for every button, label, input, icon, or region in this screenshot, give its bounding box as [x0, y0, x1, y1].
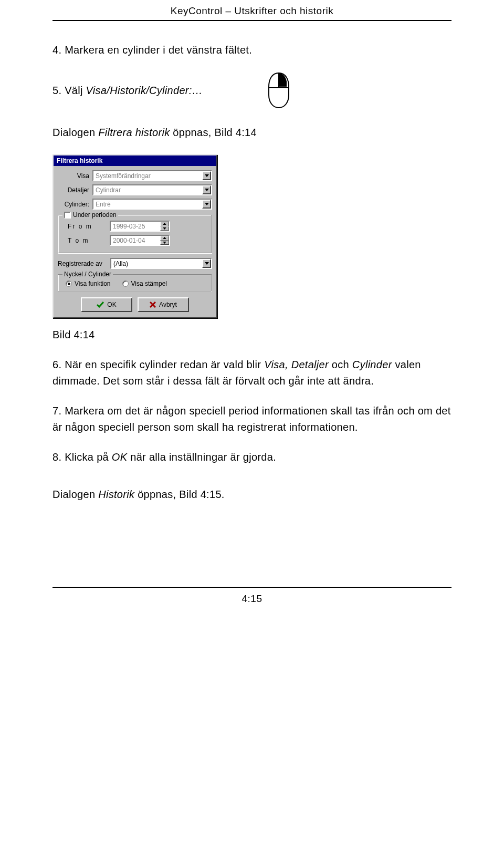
from-date-field[interactable]: 1999-03-25	[110, 221, 170, 232]
visa-label: Visa	[58, 172, 92, 180]
closing-text: Dialogen Historik öppnas, Bild 4:15.	[52, 486, 452, 503]
step-6: 6. När en specifik cylinder redan är val…	[52, 357, 452, 389]
text: 8. Klicka på	[52, 451, 112, 463]
period-legend[interactable]: Under perioden	[62, 211, 118, 219]
to-label: T o m	[68, 237, 110, 244]
from-label: Fr o m	[68, 223, 110, 230]
chevron-down-icon[interactable]	[160, 241, 169, 245]
radio-visa-stampel[interactable]: Visa stämpel	[122, 280, 167, 287]
period-title-text: Under perioden	[73, 211, 117, 219]
text: öppnas, Bild 4:15.	[138, 489, 225, 500]
close-icon	[150, 302, 156, 308]
nyckel-groupbox: Nyckel / Cylinder Visa funktion Visa stä…	[58, 274, 212, 292]
italic: Historik	[98, 489, 134, 500]
text: Dialogen	[52, 489, 98, 500]
registrerade-combo[interactable]: (Alla)	[110, 258, 212, 269]
step-7: 7. Markera om det är någon speciell peri…	[52, 403, 452, 435]
italic: Detaljer	[291, 359, 329, 370]
registrerade-value: (Alla)	[111, 260, 202, 267]
visa-value: Systemförändringar	[93, 172, 202, 180]
page-header: KeyControl – Utskrifter och historik	[52, 5, 452, 17]
period-checkbox[interactable]	[64, 212, 71, 219]
nyckel-legend: Nyckel / Cylinder	[62, 271, 113, 278]
text: och	[332, 359, 352, 370]
registrerade-label: Registrerade av	[58, 260, 110, 267]
figure-caption: Bild 4:14	[52, 327, 452, 343]
nyckel-title-text: Nyckel / Cylinder	[64, 271, 111, 278]
cancel-button[interactable]: Avbryt	[138, 297, 189, 312]
cancel-label: Avbryt	[159, 301, 177, 308]
italic: Cylinder	[352, 359, 392, 370]
radio-icon	[122, 281, 129, 287]
radio-label: Visa stämpel	[131, 280, 167, 287]
period-groupbox: Under perioden Fr o m 1999-03-25 T o m	[58, 215, 212, 254]
step-4: 4. Markera en cylinder i det vänstra fäl…	[52, 42, 452, 58]
chevron-down-icon[interactable]	[202, 185, 211, 194]
text: när alla inställningar är gjorda.	[130, 451, 276, 463]
text: öppnas, Bild 4:14	[173, 127, 257, 138]
step-5b: Dialogen Filtrera historik öppnas, Bild …	[52, 124, 452, 141]
chevron-down-icon[interactable]	[202, 200, 211, 209]
radio-icon	[66, 281, 72, 287]
dialog-titlebar[interactable]: Filtrera historik	[54, 155, 216, 166]
filter-historik-dialog: Filtrera historik Visa Systemförändringa…	[52, 154, 217, 318]
dialog-name-italic: Filtrera historik	[98, 127, 170, 138]
text: 6. När en specifik cylinder redan är val…	[52, 359, 264, 370]
italic: OK	[112, 451, 128, 463]
detaljer-combo[interactable]: Cylindrar	[92, 184, 212, 195]
italic: Visa,	[264, 359, 288, 370]
chevron-up-icon[interactable]	[160, 222, 169, 226]
menu-path-italic: Visa/Historik/Cylinder:…	[86, 85, 203, 96]
cylinder-label: Cylinder:	[58, 201, 92, 208]
check-icon	[97, 302, 104, 308]
step-5: 5. Välj Visa/Historik/Cylinder:…	[52, 82, 203, 99]
radio-visa-funktion[interactable]: Visa funktion	[66, 280, 111, 287]
detaljer-label: Detaljer	[58, 186, 92, 194]
step-8: 8. Klicka på OK när alla inställningar ä…	[52, 449, 452, 465]
radio-label: Visa funktion	[75, 280, 111, 287]
text: 5. Välj	[52, 85, 86, 96]
to-date-field[interactable]: 2000-01-04	[110, 235, 170, 246]
chevron-down-icon[interactable]	[160, 226, 169, 231]
cylinder-value: Entré	[93, 201, 202, 208]
mouse-icon	[266, 72, 292, 109]
ok-label: OK	[107, 301, 116, 308]
chevron-down-icon[interactable]	[202, 171, 211, 180]
cylinder-combo[interactable]: Entré	[92, 199, 212, 210]
page-number: 4:15	[52, 593, 452, 605]
ok-button[interactable]: OK	[81, 297, 132, 312]
chevron-down-icon[interactable]	[202, 259, 211, 268]
from-value: 1999-03-25	[113, 223, 160, 230]
text: Dialogen	[52, 127, 98, 138]
visa-combo[interactable]: Systemförändringar	[92, 170, 212, 181]
chevron-up-icon[interactable]	[160, 236, 169, 241]
detaljer-value: Cylindrar	[93, 186, 202, 194]
to-value: 2000-01-04	[113, 237, 160, 244]
footer-rule	[52, 587, 452, 588]
header-rule	[52, 20, 452, 21]
